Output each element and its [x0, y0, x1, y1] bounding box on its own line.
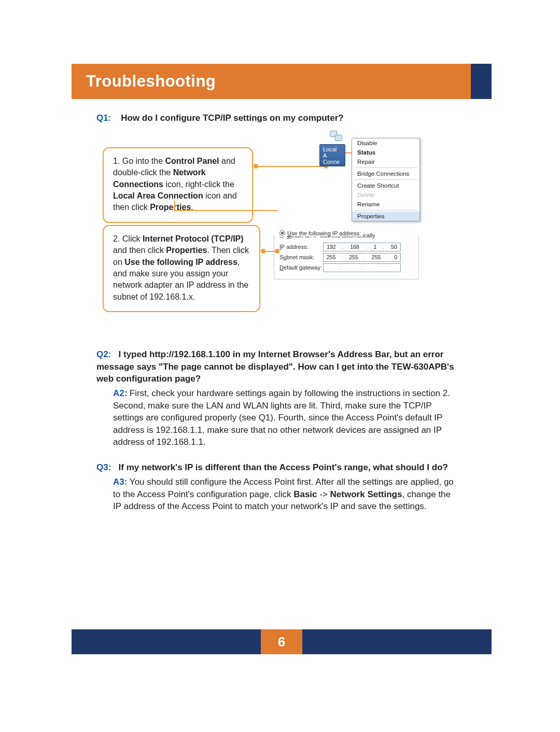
- ctx-item-disable[interactable]: Disable: [352, 138, 419, 148]
- a3-text: You should still configure the Access Po…: [113, 477, 454, 511]
- footer: 6: [72, 629, 492, 654]
- q2-label: Q2:: [96, 349, 111, 359]
- ctx-sep-3: [354, 210, 417, 210]
- nc-label-line1: Local A: [323, 146, 337, 159]
- step1-box: 1. Go into the Control Panel and double-…: [103, 147, 253, 223]
- ctx-item-bridge[interactable]: Bridge Connections: [352, 169, 419, 178]
- step1-text-c: icon, right-click the: [163, 180, 234, 189]
- step2-text-b: and then click: [113, 246, 166, 255]
- subnet-row: Subnet mask: 255.255.255.0: [279, 253, 413, 262]
- a3-bold-network-settings: Network Settings: [330, 489, 402, 499]
- page-number: 6: [261, 629, 302, 654]
- ip-address-row: IP address: 192.168.1.50: [279, 243, 413, 251]
- step2-text-a: 2. Click: [113, 234, 143, 243]
- network-connection-area: Local A Conne Disable Status Repair Brid…: [319, 131, 345, 166]
- step2-bold-usefollowing: Use the following IP address: [124, 258, 237, 266]
- connector-h: [174, 210, 278, 211]
- ctx-item-rename[interactable]: Rename: [352, 200, 419, 209]
- ip-use-label: Use the following IP address:: [287, 230, 361, 236]
- a3-label: A3:: [113, 477, 127, 487]
- gateway-row: Default gateway: ...: [279, 263, 413, 272]
- ctx-item-repair[interactable]: Repair: [352, 157, 419, 166]
- gateway-label: Default gateway:: [279, 264, 323, 271]
- q1-label: Q1:: [96, 113, 111, 123]
- network-connection-label: Local A Conne: [319, 144, 345, 166]
- page: Troubleshooting Q1: How do I configure T…: [0, 0, 560, 732]
- ctx-item-properties[interactable]: Properties: [352, 212, 419, 221]
- footer-blue-left: [72, 629, 261, 654]
- ip-static-group: Use the following IP address: IP address…: [274, 235, 419, 279]
- banner-accent: [468, 64, 492, 99]
- ip-address-label: IP address:: [279, 244, 323, 250]
- a3-mid: ->: [317, 489, 330, 499]
- banner-main: Troubleshooting: [72, 64, 471, 99]
- connector-v: [174, 201, 175, 210]
- radio-icon-checked: [279, 230, 285, 236]
- ctx-item-delete: Delete: [352, 190, 419, 200]
- q3: Q3: If my network's IP is different than…: [96, 461, 459, 474]
- q1: Q1: How do I configure TCP/IP settings o…: [96, 112, 459, 124]
- a3-bold-basic: Basic: [293, 489, 317, 499]
- subnet-input[interactable]: 255.255.255.0: [323, 253, 401, 262]
- a2: A2: First, check your hardware settings …: [113, 387, 459, 448]
- ip-address-input[interactable]: 192.168.1.50: [323, 243, 401, 251]
- ctx-item-status[interactable]: Status: [352, 148, 419, 157]
- step2-row: 2. Click Internet Protocol (TCP/IP) and …: [96, 225, 459, 329]
- ctx-sep-2: [354, 179, 417, 180]
- q3-label: Q3:: [96, 462, 111, 472]
- gateway-input[interactable]: ...: [323, 263, 401, 272]
- context-menu: Disable Status Repair Bridge Connections…: [352, 138, 420, 221]
- step1-bold-lac: Local Area Connection: [113, 191, 203, 200]
- a2-label: A2:: [113, 388, 127, 398]
- q2-block: Q2: I typed http://192.168.1.100 in my I…: [96, 348, 459, 448]
- subnet-label: Subnet mask:: [279, 254, 323, 260]
- a3: A3: You should still configure the Acces…: [113, 476, 459, 512]
- ip-radio-use[interactable]: Use the following IP address:: [277, 230, 363, 236]
- q3-text: If my network's IP is different than the…: [119, 462, 448, 472]
- step2-box: 2. Click Internet Protocol (TCP/IP) and …: [103, 225, 260, 312]
- nc-label-line2: Conne: [323, 159, 340, 165]
- ip-settings-panel: Obtain an IP address automatically Use t…: [274, 231, 419, 279]
- ctx-sep-1: [354, 167, 417, 168]
- q3-block: Q3: If my network's IP is different than…: [96, 461, 459, 512]
- ctx-item-shortcut[interactable]: Create Shortcut: [352, 181, 419, 190]
- q2: Q2: I typed http://192.168.1.100 in my I…: [96, 348, 459, 385]
- step1-text-a: 1. Go into the: [113, 157, 165, 165]
- step1-row: 1. Go into the Control Panel and double-…: [96, 137, 459, 215]
- footer-blue-right: [302, 629, 492, 654]
- step1-bold-control-panel: Control Panel: [165, 157, 219, 165]
- step2-bold-tcpip: Internet Protocol (TCP/IP): [143, 234, 244, 243]
- a2-text: First, check your hardware settings agai…: [113, 388, 450, 447]
- q2-text: I typed http://192.168.1.100 in my Inter…: [96, 349, 454, 384]
- connector-line: [257, 166, 325, 167]
- step2-bold-properties: Properties: [166, 246, 207, 255]
- banner: Troubleshooting: [72, 64, 492, 99]
- banner-title: Troubleshooting: [86, 72, 216, 91]
- network-connection-icon: [330, 131, 343, 142]
- content: Q1: How do I configure TCP/IP settings o…: [96, 112, 459, 513]
- q1-text: How do I configure TCP/IP settings on my…: [121, 113, 343, 123]
- connector-line-2: [344, 152, 352, 153]
